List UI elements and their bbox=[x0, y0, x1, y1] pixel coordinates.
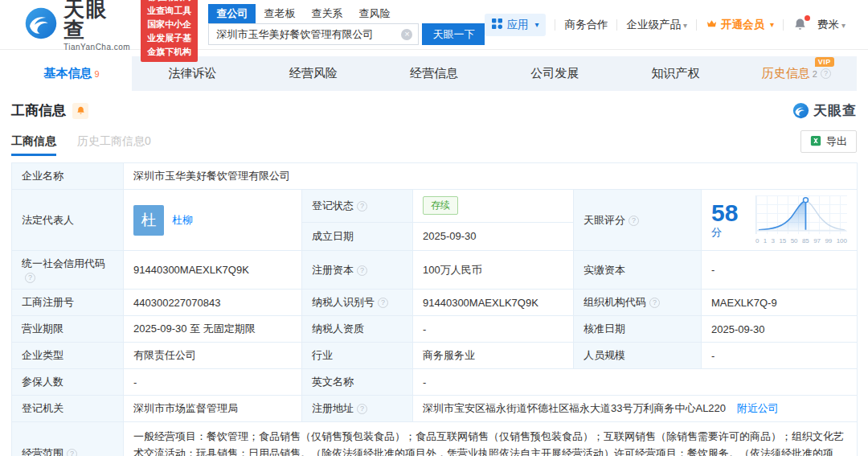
score-unit: 分 bbox=[711, 226, 722, 238]
business-term-label: 营业期限 bbox=[12, 316, 124, 343]
english-name-value: - bbox=[413, 369, 858, 396]
nav-divider bbox=[555, 19, 555, 31]
crown-icon bbox=[706, 18, 718, 32]
company-tab-bar: 基本信息9 法律诉讼 经营风险 经营信息 公司发展 知识产权 历史信息 VIP … bbox=[11, 56, 857, 91]
search-tab-company[interactable]: 查公司 bbox=[208, 4, 256, 23]
tab-legal-litigation[interactable]: 法律诉讼 bbox=[132, 56, 252, 91]
nav-enterprise-products[interactable]: 企业级产品 bbox=[626, 18, 687, 32]
table-row: 企业类型 有限责任公司 行业 商务服务业 人员规模 - bbox=[12, 343, 858, 369]
table-row: 法定代表人 杜 杜柳 登记状态 存续 天眼评分 58分 bbox=[12, 190, 858, 223]
taxpayer-quality-label: 纳税人资质 bbox=[302, 316, 413, 343]
staff-size-value: - bbox=[702, 343, 858, 369]
tab-company-development[interactable]: 公司发展 bbox=[494, 56, 615, 91]
reg-number-value: 440300227070843 bbox=[124, 290, 302, 316]
search-tab-relation[interactable]: 查关系 bbox=[303, 4, 350, 23]
business-scope-value: 一般经营项目：餐饮管理；食品销售（仅销售预包装食品）；食品互联网销售（仅销售预包… bbox=[124, 422, 858, 456]
approval-date-label: 核准日期 bbox=[574, 316, 702, 343]
credit-code-value: 91440300MAEXLK7Q9K bbox=[124, 251, 302, 290]
export-button[interactable]: 导出 bbox=[800, 130, 857, 153]
business-info-table: 企业名称 深圳市玉华美好餐饮管理有限公司 法定代表人 杜 杜柳 登记状态 存续 … bbox=[11, 162, 858, 456]
tianyancha-logo-icon bbox=[24, 6, 58, 43]
notification-dot bbox=[805, 15, 810, 21]
search-area: 查公司 查老板 查关系 查风险 天眼一下 bbox=[208, 4, 485, 45]
logo-domain: TianYanCha.com bbox=[63, 43, 130, 51]
help-icon[interactable] bbox=[357, 265, 367, 276]
monitor-bell-icon[interactable] bbox=[72, 103, 88, 119]
apps-grid-icon bbox=[492, 18, 502, 31]
nav-business-cooperation[interactable]: 商务合作 bbox=[564, 18, 608, 32]
tab-intellectual-property[interactable]: 知识产权 bbox=[615, 56, 735, 91]
table-row: 统一社会信用代码 91440300MAEXLK7Q9K 注册资本 100万人民币… bbox=[12, 251, 858, 290]
help-icon[interactable] bbox=[67, 449, 77, 456]
table-row: 企业名称 深圳市玉华美好餐饮管理有限公司 bbox=[12, 163, 858, 190]
logo-text: 天眼查 bbox=[63, 0, 130, 40]
reg-capital-label: 注册资本 bbox=[302, 251, 413, 290]
tab-basic-info[interactable]: 基本信息9 bbox=[11, 56, 132, 91]
excel-icon bbox=[810, 135, 821, 149]
legal-rep-link[interactable]: 杜柳 bbox=[172, 213, 193, 228]
tab-count: 2 bbox=[813, 69, 817, 79]
help-icon[interactable] bbox=[357, 404, 367, 414]
approval-date-value: 2025-09-30 bbox=[702, 316, 858, 343]
slogan-line-1: 都在用的商业查询工具 bbox=[147, 0, 191, 18]
subtab-history-registration[interactable]: 历史工商信息0 bbox=[77, 134, 151, 156]
paid-capital-value: - bbox=[702, 251, 858, 290]
establish-date-label: 成立日期 bbox=[302, 222, 413, 250]
help-icon[interactable] bbox=[649, 298, 660, 308]
notification-bell-icon[interactable] bbox=[792, 17, 809, 33]
help-icon[interactable] bbox=[378, 298, 388, 308]
legal-rep-avatar[interactable]: 杜 bbox=[133, 205, 164, 236]
reg-address-value: 深圳市宝安区福永街道怀德社区福永大道33号万利商务中心AL220 bbox=[423, 402, 726, 414]
vip-label: 开通会员 bbox=[721, 18, 764, 32]
nav-divider bbox=[783, 19, 784, 31]
tab-operating-risk[interactable]: 经营风险 bbox=[253, 56, 374, 91]
reg-authority-value: 深圳市市场监督管理局 bbox=[124, 396, 302, 422]
reg-address-label: 注册地址 bbox=[302, 396, 413, 422]
brand-slogan: 都在用的商业查询工具 国家中小企业发展子基金旗下机构 bbox=[141, 0, 198, 62]
tianyancha-logo[interactable]: 天眼查 TianYanCha.com bbox=[24, 0, 130, 51]
table-row: 工商注册号 440300227070843 纳税人识别号 91440300MAE… bbox=[12, 290, 858, 316]
basic-info-panel: 工商信息 天眼查 工商信息 历史工商信息0 导出 bbox=[11, 91, 857, 456]
slogan-line-2: 国家中小企业发展子基金旗下机构 bbox=[147, 18, 191, 59]
vip-badge: VIP bbox=[815, 57, 834, 67]
search-button[interactable]: 天眼一下 bbox=[422, 23, 485, 45]
reg-status-label: 登记状态 bbox=[302, 190, 413, 223]
reg-address-cell: 深圳市宝安区福永街道怀德社区福永大道33号万利商务中心AL220 附近公司 bbox=[413, 396, 858, 422]
legal-rep-cell: 杜 杜柳 bbox=[124, 190, 302, 251]
nearby-companies-link[interactable]: 附近公司 bbox=[737, 402, 779, 414]
section-title: 工商信息 bbox=[11, 101, 66, 120]
help-icon[interactable] bbox=[821, 68, 831, 79]
search-tab-boss[interactable]: 查老板 bbox=[256, 4, 303, 23]
industry-value: 商务服务业 bbox=[413, 343, 574, 369]
help-icon[interactable] bbox=[357, 201, 367, 212]
watermark-text: 天眼查 bbox=[813, 101, 857, 120]
search-input[interactable] bbox=[208, 23, 419, 45]
search-tab-risk[interactable]: 查风险 bbox=[350, 4, 398, 23]
nav-divider bbox=[696, 19, 697, 31]
company-type-value: 有限责任公司 bbox=[124, 343, 302, 369]
apps-menu[interactable]: 应用 bbox=[485, 14, 546, 36]
tab-history-info[interactable]: 历史信息 VIP 2 bbox=[736, 56, 857, 91]
table-row: 经营范围 一般经营项目：餐饮管理；食品销售（仅销售预包装食品）；食品互联网销售（… bbox=[12, 422, 858, 456]
english-name-label: 英文名称 bbox=[302, 369, 413, 396]
score-axis: 01 315 5085 9799 100 bbox=[755, 237, 847, 244]
tab-business-info[interactable]: 经营信息 bbox=[374, 56, 494, 91]
score-cell[interactable]: 58分 bbox=[702, 190, 858, 251]
search-tabs: 查公司 查老板 查关系 查风险 bbox=[208, 4, 485, 23]
header-nav: 应用 商务合作 企业级产品 开通会员 费米 bbox=[485, 14, 845, 36]
user-menu[interactable]: 费米 bbox=[817, 18, 845, 32]
nav-divider bbox=[616, 19, 617, 31]
clear-search-icon[interactable] bbox=[401, 29, 412, 40]
tab-count: 9 bbox=[95, 69, 100, 79]
subtab-business-registration[interactable]: 工商信息 bbox=[11, 134, 56, 156]
score-value: 58 bbox=[711, 199, 738, 226]
help-icon[interactable] bbox=[628, 216, 639, 226]
help-icon[interactable] bbox=[25, 273, 35, 283]
reg-status-value: 存续 bbox=[413, 190, 574, 223]
business-term-value: 2025-09-30 至 无固定期限 bbox=[124, 316, 302, 343]
taxpayer-id-label: 纳税人识别号 bbox=[302, 290, 413, 316]
taxpayer-quality-value: - bbox=[413, 316, 574, 343]
open-vip-menu[interactable]: 开通会员 bbox=[706, 18, 774, 32]
apps-label: 应用 bbox=[506, 18, 528, 32]
company-name-label: 企业名称 bbox=[12, 163, 124, 190]
